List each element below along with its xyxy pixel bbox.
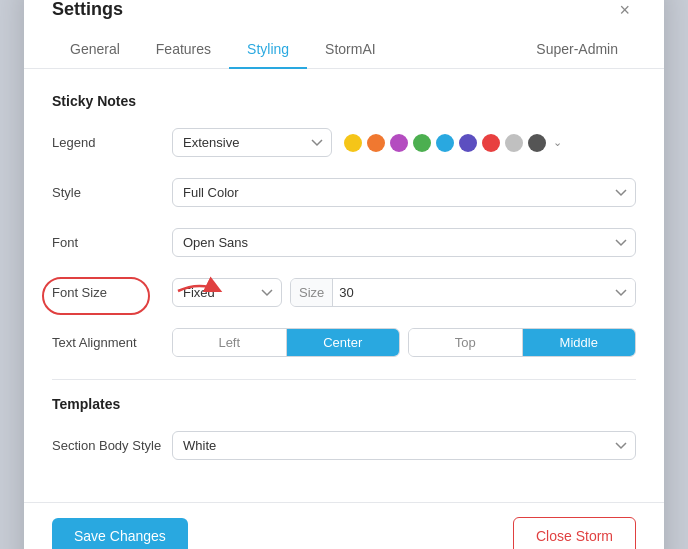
horizontal-alignment-group: Left Center (172, 328, 400, 357)
color-dot-lightgray (505, 134, 523, 152)
modal-header: Settings × (24, 0, 664, 21)
text-alignment-label: Text Alignment (52, 335, 172, 350)
align-center-button[interactable]: Center (287, 329, 400, 356)
size-label: Size (291, 279, 333, 306)
font-size-label: Font Size (52, 285, 172, 300)
section-body-style-row: Section Body Style White Light Gray Dark (52, 428, 636, 464)
section-body-style-select[interactable]: White Light Gray Dark (172, 431, 636, 460)
font-controls: Open Sans Arial Roboto (172, 228, 636, 257)
legend-label: Legend (52, 135, 172, 150)
close-storm-button[interactable]: Close Storm (513, 517, 636, 550)
color-dot-orange (367, 134, 385, 152)
size-select-wrap: Size 20 24 28 30 32 36 (290, 278, 636, 307)
text-alignment-row: Text Alignment Left Center Top Middle (52, 325, 636, 361)
font-size-controls: Fixed Auto Size 20 24 28 30 32 36 (172, 278, 636, 307)
fixed-select[interactable]: Fixed Auto (172, 278, 282, 307)
legend-row: Legend Extensive Minimal None (52, 125, 636, 161)
color-dot-purple (390, 134, 408, 152)
settings-modal: Settings × General Features Styling Stor… (24, 0, 664, 549)
color-dot-blue (436, 134, 454, 152)
color-dot-darkgray (528, 134, 546, 152)
align-top-button[interactable]: Top (409, 329, 523, 356)
align-left-button[interactable]: Left (173, 329, 287, 356)
font-select[interactable]: Open Sans Arial Roboto (172, 228, 636, 257)
sticky-notes-section-title: Sticky Notes (52, 93, 636, 109)
style-select[interactable]: Full Color Outline Minimal (172, 178, 636, 207)
font-row: Font Open Sans Arial Roboto (52, 225, 636, 261)
close-button[interactable]: × (613, 0, 636, 21)
modal-footer: Save Changes Close Storm (24, 502, 664, 550)
tab-general[interactable]: General (52, 31, 138, 69)
save-changes-button[interactable]: Save Changes (52, 518, 188, 550)
align-middle-button[interactable]: Middle (523, 329, 636, 356)
legend-select[interactable]: Extensive Minimal None (172, 128, 332, 157)
color-chevron-icon[interactable]: ⌄ (553, 136, 562, 149)
color-dots: ⌄ (344, 134, 562, 152)
tab-stormai[interactable]: StormAI (307, 31, 394, 69)
font-size-label-wrap: Font Size (52, 285, 172, 300)
font-label: Font (52, 235, 172, 250)
tab-super-admin[interactable]: Super-Admin (518, 31, 636, 69)
color-dot-green (413, 134, 431, 152)
color-dot-red (482, 134, 500, 152)
modal-title: Settings (52, 0, 123, 20)
style-controls: Full Color Outline Minimal (172, 178, 636, 207)
alignment-controls: Left Center Top Middle (172, 328, 636, 357)
tab-styling[interactable]: Styling (229, 31, 307, 69)
tab-features[interactable]: Features (138, 31, 229, 69)
size-select[interactable]: 20 24 28 30 32 36 (333, 279, 635, 306)
style-row: Style Full Color Outline Minimal (52, 175, 636, 211)
section-body-style-controls: White Light Gray Dark (172, 431, 636, 460)
tab-bar: General Features Styling StormAI Super-A… (24, 31, 664, 69)
font-size-row: Font Size Fixed Auto Size (52, 275, 636, 311)
section-body-style-label: Section Body Style (52, 438, 172, 453)
style-label: Style (52, 185, 172, 200)
templates-section-title: Templates (52, 396, 636, 412)
section-divider (52, 379, 636, 380)
legend-controls: Extensive Minimal None ⌄ (172, 128, 636, 157)
color-dot-yellow (344, 134, 362, 152)
color-dot-darkpurple (459, 134, 477, 152)
modal-body: Sticky Notes Legend Extensive Minimal No… (24, 69, 664, 494)
vertical-alignment-group: Top Middle (408, 328, 636, 357)
